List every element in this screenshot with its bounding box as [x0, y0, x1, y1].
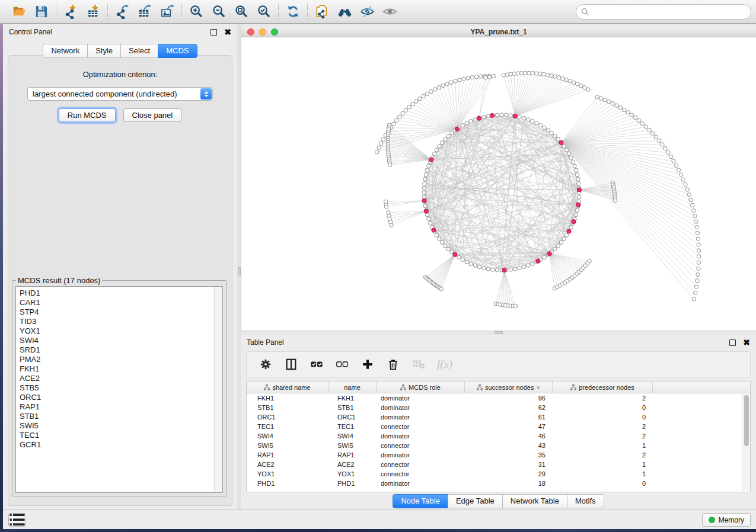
network-node[interactable]	[547, 252, 551, 256]
network-node[interactable]	[381, 137, 385, 141]
network-node[interactable]	[439, 287, 443, 291]
table-cell[interactable]: 62	[465, 403, 553, 412]
network-window-titlebar[interactable]: YPA_prune.txt_1	[241, 27, 756, 37]
network-node[interactable]	[626, 111, 630, 114]
table-row[interactable]: SWI4SWI4dominator462	[247, 431, 750, 441]
table-row[interactable]: FKH1FKH1dominator962	[247, 393, 750, 403]
network-node[interactable]	[618, 106, 622, 110]
network-node[interactable]	[694, 220, 698, 223]
network-node[interactable]	[595, 95, 599, 99]
network-node[interactable]	[559, 241, 563, 244]
column-header-MCDS-role[interactable]: MCDS role	[377, 382, 465, 393]
network-node[interactable]	[571, 160, 575, 164]
network-node[interactable]	[693, 214, 697, 218]
network-node[interactable]	[477, 116, 481, 120]
network-node[interactable]	[411, 102, 414, 106]
mcds-result-item[interactable]: TID3	[20, 317, 214, 326]
table-cell[interactable]: STB1	[328, 403, 377, 412]
network-node[interactable]	[603, 98, 607, 102]
close-table-panel-icon[interactable]: ✖	[743, 339, 750, 346]
tab-edge-table[interactable]: Edge Table	[448, 494, 503, 508]
network-node[interactable]	[470, 75, 474, 79]
network-node[interactable]	[550, 131, 553, 134]
network-node[interactable]	[398, 115, 401, 118]
table-row[interactable]: STB1STB1dominator620	[247, 403, 750, 412]
network-node[interactable]	[490, 113, 494, 117]
network-node[interactable]	[474, 75, 478, 78]
mcds-result-list[interactable]: PHD1CAR1STP4TID3YOX1SWI4SRD1PMA2FKH1ACE2…	[15, 286, 223, 493]
network-node[interactable]	[697, 261, 700, 264]
network-node[interactable]	[574, 168, 578, 172]
network-node[interactable]	[392, 122, 395, 126]
network-node[interactable]	[418, 97, 422, 101]
tab-network[interactable]: Network	[43, 44, 88, 58]
table-cell[interactable]: ORC1	[247, 412, 328, 422]
network-node[interactable]	[492, 74, 495, 78]
network-node[interactable]	[531, 71, 534, 75]
network-node[interactable]	[495, 268, 499, 272]
network-node[interactable]	[696, 279, 699, 283]
mcds-result-item[interactable]: ORC1	[20, 393, 214, 402]
network-node[interactable]	[469, 262, 473, 265]
network-node[interactable]	[651, 132, 655, 135]
search-box[interactable]	[576, 4, 751, 20]
tab-motifs[interactable]: Motifs	[567, 494, 604, 508]
network-node[interactable]	[518, 115, 521, 118]
network-node[interactable]	[425, 168, 429, 172]
network-node[interactable]	[473, 118, 477, 121]
network-node[interactable]	[524, 71, 527, 75]
network-node[interactable]	[487, 75, 491, 79]
table-cell[interactable]: SWI5	[328, 441, 377, 450]
table-cell[interactable]: 43	[465, 441, 553, 450]
network-node[interactable]	[536, 259, 540, 263]
mcds-result-item[interactable]: FKH1	[20, 364, 214, 374]
gear-icon[interactable]	[259, 357, 273, 371]
network-node[interactable]	[427, 217, 430, 221]
table-cell[interactable]: YOX1	[247, 469, 328, 479]
network-node[interactable]	[437, 85, 441, 89]
network-node[interactable]	[446, 247, 450, 251]
network-node[interactable]	[440, 241, 444, 244]
network-node[interactable]	[435, 148, 438, 152]
delete-icon[interactable]	[386, 357, 400, 371]
table-cell[interactable]: SWI4	[328, 431, 377, 441]
network-node[interactable]	[477, 265, 481, 268]
binoculars-icon[interactable]	[336, 4, 353, 20]
import-table-icon[interactable]	[85, 4, 101, 20]
network-node[interactable]	[445, 82, 449, 86]
tab-network-table[interactable]: Network Table	[502, 494, 567, 508]
network-node[interactable]	[486, 114, 490, 118]
network-node[interactable]	[465, 121, 468, 125]
network-node[interactable]	[432, 152, 436, 155]
network-node[interactable]	[567, 152, 570, 155]
network-node[interactable]	[527, 71, 531, 75]
table-row[interactable]: TEC1TEC1connector472	[247, 422, 750, 431]
network-node[interactable]	[568, 79, 572, 83]
network-node[interactable]	[509, 114, 512, 117]
network-node[interactable]	[518, 266, 521, 270]
network-node[interactable]	[388, 163, 392, 166]
tab-style[interactable]: Style	[87, 44, 121, 58]
network-node[interactable]	[694, 285, 698, 289]
network-node[interactable]	[509, 268, 512, 271]
network-node[interactable]	[574, 213, 578, 216]
network-node[interactable]	[469, 120, 473, 123]
network-node[interactable]	[546, 73, 549, 76]
network-node[interactable]	[661, 143, 664, 146]
network-node[interactable]	[455, 127, 459, 131]
table-cell[interactable]: dominator	[377, 431, 465, 441]
table-cell[interactable]: 29	[465, 469, 553, 479]
zoom-in-icon[interactable]	[188, 4, 205, 20]
network-node[interactable]	[553, 75, 557, 78]
table-cell[interactable]: 0	[553, 403, 653, 412]
table-cell[interactable]: YOX1	[328, 469, 377, 479]
table-cell[interactable]: connector	[377, 441, 465, 450]
mcds-result-item[interactable]: SWI4	[20, 336, 214, 345]
eye-slash-icon[interactable]	[359, 4, 375, 20]
network-node[interactable]	[693, 291, 697, 294]
network-node[interactable]	[513, 304, 517, 307]
network-node[interactable]	[444, 137, 447, 141]
network-node[interactable]	[425, 92, 429, 95]
network-node[interactable]	[466, 76, 470, 80]
network-node[interactable]	[414, 100, 418, 103]
